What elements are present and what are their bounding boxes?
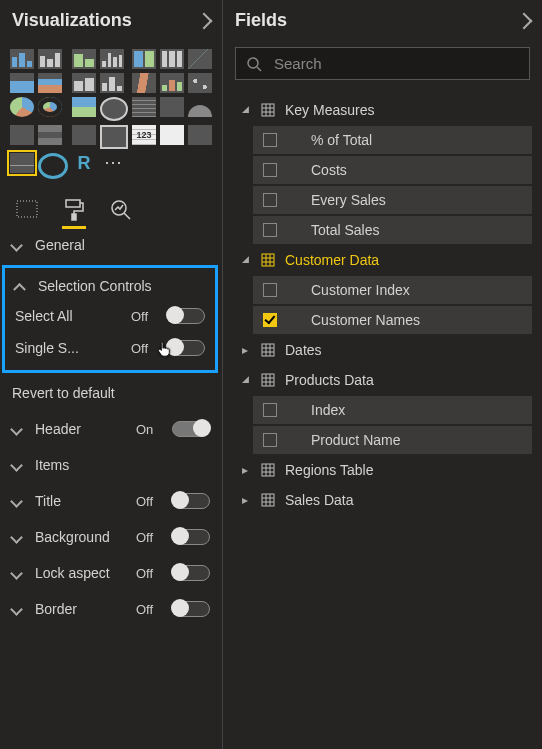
viz-type-stacked-column[interactable] bbox=[72, 49, 96, 69]
viz-type-kpi[interactable] bbox=[72, 125, 96, 145]
field-checkbox[interactable] bbox=[263, 313, 277, 327]
format-lock-aspect[interactable]: Lock aspect Off bbox=[0, 555, 222, 591]
field-checkbox[interactable] bbox=[263, 223, 277, 237]
field-row[interactable]: Customer Names bbox=[253, 306, 532, 334]
tab-analytics[interactable] bbox=[108, 193, 134, 227]
toggle-single-select[interactable] bbox=[167, 340, 205, 356]
viz-type-100-stacked-column[interactable] bbox=[160, 49, 184, 69]
viz-type-map[interactable] bbox=[100, 97, 128, 121]
selection-controls-group: Selection Controls Select All Off Single… bbox=[2, 265, 218, 373]
viz-type-r-visual[interactable] bbox=[188, 125, 212, 145]
chevron-down-icon bbox=[10, 567, 23, 580]
table-row[interactable]: ◢Customer Data bbox=[233, 246, 532, 274]
svg-rect-5 bbox=[262, 104, 274, 116]
field-checkbox[interactable] bbox=[263, 283, 277, 297]
caret-right-icon: ▸ bbox=[239, 463, 251, 477]
field-checkbox[interactable] bbox=[263, 433, 277, 447]
viz-type-gauge[interactable] bbox=[188, 105, 212, 117]
viz-type-100-stacked-bar[interactable] bbox=[132, 49, 156, 69]
svg-rect-0 bbox=[17, 201, 37, 217]
viz-type-slicer[interactable] bbox=[100, 125, 128, 149]
visualizations-header[interactable]: Visualizations bbox=[0, 0, 222, 41]
viz-type-line[interactable] bbox=[188, 49, 212, 69]
revert-to-default[interactable]: Revert to default bbox=[0, 381, 222, 411]
format-general[interactable]: General bbox=[0, 227, 222, 263]
format-title[interactable]: Title Off bbox=[0, 483, 222, 519]
table-row[interactable]: ▸Regions Table bbox=[233, 456, 532, 484]
format-border[interactable]: Border Off bbox=[0, 591, 222, 627]
field-row[interactable]: Every Sales bbox=[253, 186, 532, 214]
field-checkbox[interactable] bbox=[263, 163, 277, 177]
fields-search[interactable] bbox=[235, 47, 530, 80]
viz-type-filled-map[interactable] bbox=[132, 97, 156, 117]
toggle-lock-aspect[interactable] bbox=[172, 565, 210, 581]
viz-type-line-stacked-column[interactable] bbox=[72, 73, 96, 93]
field-checkbox[interactable] bbox=[263, 193, 277, 207]
field-row[interactable]: Customer Index bbox=[253, 276, 532, 304]
viz-type-donut[interactable] bbox=[38, 97, 62, 117]
caret-right-icon: ▸ bbox=[239, 493, 251, 507]
toggle-header[interactable] bbox=[172, 421, 210, 437]
toggle-background[interactable] bbox=[172, 529, 210, 545]
viz-type-funnel[interactable] bbox=[160, 97, 184, 117]
toggle-select-all[interactable] bbox=[167, 308, 205, 324]
viz-type-card[interactable] bbox=[10, 125, 34, 145]
viz-type-python[interactable]: R bbox=[72, 153, 96, 173]
field-row[interactable]: Costs bbox=[253, 156, 532, 184]
chevron-down-icon bbox=[10, 459, 23, 472]
caret-down-icon: ◢ bbox=[239, 254, 251, 264]
chevron-down-icon bbox=[10, 239, 23, 252]
viz-type-arcgis[interactable] bbox=[38, 153, 68, 179]
viz-type-clustered-column[interactable] bbox=[100, 49, 124, 69]
chevron-down-icon bbox=[10, 495, 23, 508]
table-row[interactable]: ▸Sales Data bbox=[233, 486, 532, 514]
format-header[interactable]: Header On bbox=[0, 411, 222, 447]
table-row[interactable]: ◢Key Measures bbox=[233, 96, 532, 124]
viz-type-matrix[interactable] bbox=[160, 125, 184, 145]
table-row[interactable]: ◢Products Data bbox=[233, 366, 532, 394]
viz-type-treemap[interactable] bbox=[72, 97, 96, 117]
table-name: Regions Table bbox=[285, 462, 522, 478]
field-checkbox[interactable] bbox=[263, 133, 277, 147]
fields-search-input[interactable] bbox=[272, 54, 519, 73]
viz-type-more[interactable]: ⋯ bbox=[100, 153, 128, 179]
viz-type-ribbon[interactable] bbox=[132, 73, 156, 93]
chevron-right-icon bbox=[516, 12, 533, 29]
field-row[interactable]: % of Total bbox=[253, 126, 532, 154]
viz-type-line-clustered-column[interactable] bbox=[100, 73, 124, 93]
field-row[interactable]: Index bbox=[253, 396, 532, 424]
viz-type-selected[interactable] bbox=[10, 153, 34, 173]
viz-type-pie[interactable] bbox=[10, 97, 34, 117]
field-row[interactable]: Total Sales bbox=[253, 216, 532, 244]
table-row[interactable]: ▸Dates bbox=[233, 336, 532, 364]
viz-type-stacked-area[interactable] bbox=[38, 73, 62, 93]
table-icon bbox=[261, 493, 275, 507]
table-name: Products Data bbox=[285, 372, 522, 388]
viz-type-waterfall[interactable] bbox=[160, 73, 184, 93]
toggle-border[interactable] bbox=[172, 601, 210, 617]
table-name: Sales Data bbox=[285, 492, 522, 508]
table-icon bbox=[261, 253, 275, 267]
option-select-all: Select All Off bbox=[7, 300, 213, 332]
format-background[interactable]: Background Off bbox=[0, 519, 222, 555]
toggle-title[interactable] bbox=[172, 493, 210, 509]
viz-type-clustered-bar[interactable] bbox=[38, 49, 62, 69]
svg-rect-2 bbox=[72, 214, 76, 220]
viz-type-multi-row-card[interactable] bbox=[38, 125, 62, 145]
field-row[interactable]: Product Name bbox=[253, 426, 532, 454]
table-name: Dates bbox=[285, 342, 522, 358]
fields-header[interactable]: Fields bbox=[223, 0, 542, 41]
viz-type-stacked-bar[interactable] bbox=[10, 49, 34, 69]
tab-fields[interactable] bbox=[14, 194, 40, 226]
viz-type-area[interactable] bbox=[10, 73, 34, 93]
tab-format[interactable] bbox=[62, 193, 86, 227]
format-selection-controls[interactable]: Selection Controls bbox=[7, 272, 213, 300]
field-checkbox[interactable] bbox=[263, 403, 277, 417]
magnifier-chart-icon bbox=[110, 199, 132, 221]
viz-type-scatter[interactable] bbox=[188, 73, 212, 93]
format-items[interactable]: Items bbox=[0, 447, 222, 483]
fields-panel: Fields ◢Key Measures% of TotalCostsEvery… bbox=[223, 0, 542, 749]
table-name: Customer Data bbox=[285, 252, 522, 268]
field-name: Product Name bbox=[311, 432, 522, 448]
viz-type-table[interactable]: 123 bbox=[132, 125, 156, 145]
